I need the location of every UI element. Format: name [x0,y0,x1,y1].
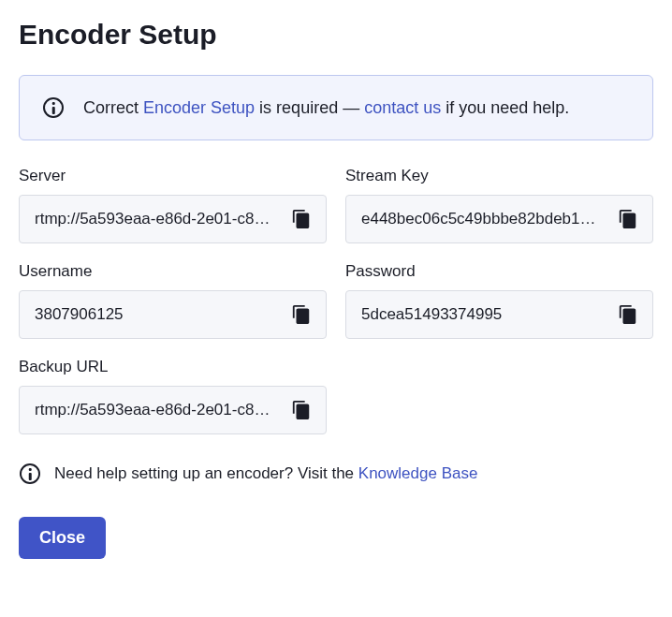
stream-key-label: Stream Key [345,167,653,185]
password-value: 5dcea51493374995 [361,305,606,324]
copy-backup-url-button[interactable] [288,397,314,423]
help-row: Need help setting up an encoder? Visit t… [19,463,653,485]
backup-url-label: Backup URL [19,358,327,376]
backup-url-value: rtmp://5a593eaa-e86d-2e01-c8… [35,401,279,419]
server-label: Server [19,167,327,185]
server-input: rtmp://5a593eaa-e86d-2e01-c8… [19,195,327,243]
username-input: 3807906125 [19,290,327,339]
banner-text-middle: is required — [255,98,364,117]
banner-text-prefix: Correct [83,98,143,117]
copy-username-button[interactable] [288,301,314,328]
copy-stream-key-button[interactable] [615,206,641,232]
close-button[interactable]: Close [19,517,106,559]
stream-key-field: Stream Key e448bec06c5c49bbbe82bdeb1… [345,167,653,243]
copy-icon [618,304,638,325]
password-label: Password [345,262,653,281]
banner-text-suffix: if you need help. [441,98,569,117]
username-field: Username 3807906125 [19,262,327,339]
page-title: Encoder Setup [19,19,653,51]
copy-icon [618,209,638,229]
copy-icon [291,304,312,325]
info-icon [19,463,41,485]
help-text-wrap: Need help setting up an encoder? Visit t… [54,464,477,483]
help-text: Need help setting up an encoder? Visit t… [54,464,358,482]
backup-url-input: rtmp://5a593eaa-e86d-2e01-c8… [19,386,327,434]
stream-key-value: e448bec06c5c49bbbe82bdeb1… [361,210,606,228]
password-field: Password 5dcea51493374995 [345,262,653,339]
server-field: Server rtmp://5a593eaa-e86d-2e01-c8… [19,167,327,243]
backup-url-field: Backup URL rtmp://5a593eaa-e86d-2e01-c8… [19,358,327,434]
info-banner: Correct Encoder Setup is required — cont… [19,75,653,140]
banner-text: Correct Encoder Setup is required — cont… [83,98,569,118]
copy-password-button[interactable] [615,301,641,328]
contact-us-link[interactable]: contact us [364,98,441,117]
server-value: rtmp://5a593eaa-e86d-2e01-c8… [35,210,279,228]
stream-key-input: e448bec06c5c49bbbe82bdeb1… [345,195,653,243]
username-label: Username [19,262,327,281]
copy-server-button[interactable] [288,206,314,232]
knowledge-base-link[interactable]: Knowledge Base [358,464,478,482]
copy-icon [291,400,312,420]
encoder-setup-link[interactable]: Encoder Setup [143,98,255,117]
username-value: 3807906125 [35,305,279,324]
password-input: 5dcea51493374995 [345,290,653,339]
copy-icon [291,209,312,229]
info-icon [42,96,65,119]
